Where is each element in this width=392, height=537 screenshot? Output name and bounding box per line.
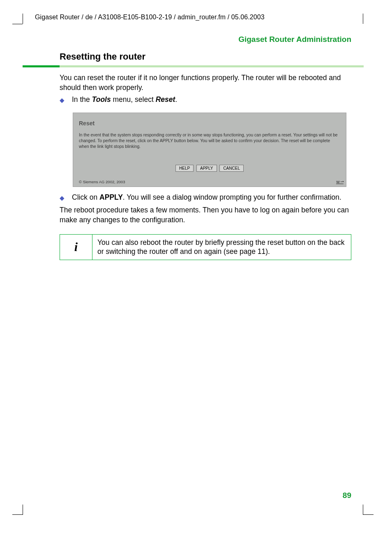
- heading-rule: [23, 65, 364, 67]
- info-box: i You can also reboot the router by brie…: [60, 234, 351, 260]
- help-button[interactable]: HELP: [175, 165, 194, 172]
- screenshot-copyright: © Siemens AG 2002, 2003: [79, 180, 125, 185]
- diamond-bullet-icon: ◆: [60, 193, 72, 203]
- diamond-bullet-icon: ◆: [60, 95, 72, 105]
- info-text: You can also reboot the router by briefl…: [92, 235, 351, 260]
- document-header-path: Gigaset Router / de / A31008-E105-B100-2…: [23, 10, 364, 23]
- apply-button[interactable]: APPLY: [196, 165, 217, 172]
- wifi-icon: w͟ ⇀: [336, 179, 344, 185]
- section-title: Gigaset Router Administration: [23, 23, 364, 44]
- screenshot-panel-text: In the event that the system stops respo…: [79, 132, 340, 150]
- info-icon: i: [60, 235, 92, 260]
- bullet-item: ◆ Click on APPLY. You will see a dialog …: [60, 193, 351, 203]
- page-number: 89: [343, 491, 351, 500]
- reboot-note: The reboot procedure takes a few moments…: [60, 205, 351, 225]
- bullet-text: Click on APPLY. You will see a dialog wi…: [72, 193, 351, 203]
- intro-paragraph: You can reset the router if it no longer…: [60, 73, 351, 92]
- page-heading: Resetting the router: [23, 44, 364, 65]
- bullet-item: ◆ In the Tools menu, select Reset.: [60, 95, 351, 105]
- bullet-text: In the Tools menu, select Reset.: [72, 95, 351, 105]
- cancel-button[interactable]: CANCEL: [219, 165, 244, 172]
- router-ui-screenshot: Reset In the event that the system stops…: [73, 113, 346, 187]
- screenshot-panel-title: Reset: [79, 120, 340, 127]
